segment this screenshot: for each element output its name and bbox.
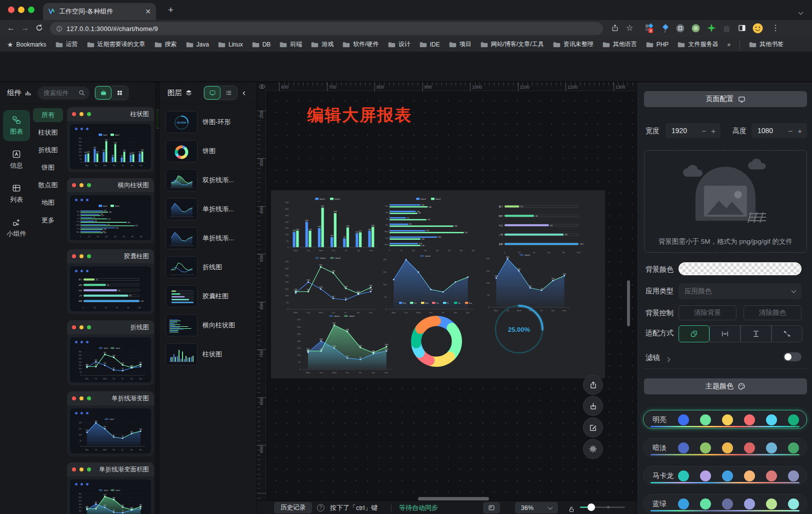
board-chart-胶囊柱图[interactable]: 厦门20南阳40北京60上海80新疆100020406080100 <box>494 199 587 254</box>
sidebar-toggle-icon[interactable] <box>738 24 746 32</box>
bookmark-item[interactable]: DB <box>252 41 271 48</box>
layer-item[interactable]: 柱状图 <box>166 342 254 366</box>
list-view-button[interactable] <box>220 86 237 100</box>
theme-color-dot[interactable] <box>788 470 799 481</box>
theme-color-dot[interactable] <box>722 414 733 425</box>
extension-icon-green-circle[interactable] <box>692 24 700 33</box>
settings-fab[interactable] <box>583 439 603 459</box>
category-3[interactable]: 折线图 <box>33 143 63 157</box>
fit-height-button[interactable] <box>740 325 772 342</box>
bookmark-star-icon[interactable]: ☆ <box>626 24 633 32</box>
address-bar[interactable]: 127.0.0.1:3000/#/chart/home/9 <box>50 22 603 35</box>
canvas-text-component[interactable]: 编辑大屏报表 <box>307 104 412 127</box>
theme-row-暗淡[interactable]: 暗淡 <box>643 438 807 457</box>
thumbnail-view-button[interactable] <box>204 86 220 100</box>
filter-expand-icon[interactable] <box>666 354 670 363</box>
bookmark-item[interactable]: 资讯未整理 <box>553 40 594 49</box>
dashboard-board[interactable]: data1data2050100150200250300350120200150… <box>271 190 605 378</box>
filter-toggle[interactable] <box>784 352 802 361</box>
layer-item[interactable]: 单折线渐... <box>166 197 254 221</box>
project-view-button[interactable] <box>95 86 112 100</box>
panel-toggle-button[interactable] <box>483 502 500 513</box>
theme-color-dot[interactable] <box>700 470 711 481</box>
profile-avatar[interactable] <box>752 23 763 34</box>
theme-color-dot[interactable] <box>766 442 777 453</box>
increment-icon[interactable]: + <box>706 127 720 135</box>
horizontal-scrollbar[interactable] <box>418 497 489 500</box>
bg-color-swatch[interactable] <box>678 262 802 275</box>
clear-background-button[interactable]: 清除背景 <box>678 305 736 320</box>
bookmark-item[interactable]: PHP <box>646 41 669 48</box>
fit-width-button[interactable] <box>710 325 740 342</box>
extension-icon-puzzle[interactable] <box>723 24 732 33</box>
theme-color-dot[interactable] <box>744 498 755 509</box>
browser-menu-icon[interactable]: ⋮ <box>772 24 780 32</box>
board-chart-柱状图[interactable]: data1data2050100150200250300350120200150… <box>280 196 380 252</box>
theme-color-dot[interactable] <box>678 498 689 509</box>
clear-color-button[interactable]: 清除颜色 <box>744 305 802 320</box>
tab-search-icon[interactable] <box>799 7 802 16</box>
editor-canvas[interactable]: 6007008009001000110012001300 20030040050… <box>257 82 636 500</box>
extension-icon-sparkle[interactable] <box>707 24 716 33</box>
extension-icon-blue[interactable]: 9 <box>645 24 654 34</box>
theme-color-dot[interactable] <box>766 498 777 509</box>
bookmark-item[interactable]: 设计 <box>388 40 410 49</box>
theme-color-dot[interactable] <box>744 470 755 481</box>
layer-item[interactable]: 双折线渐... <box>166 168 254 192</box>
component-card[interactable]: 横向柱状图data1data21202001508070110130130130… <box>67 178 154 243</box>
category-4[interactable]: 饼图 <box>33 161 63 175</box>
decrement-icon[interactable]: − <box>702 127 706 135</box>
component-card[interactable]: 单折线渐变面积图data1data20501001502002503003501… <box>67 462 154 514</box>
component-card[interactable]: 柱状图data1data2050100150200250300350120200… <box>67 107 154 172</box>
theme-color-dot[interactable] <box>678 442 689 453</box>
vertical-scrollbar[interactable] <box>627 280 630 326</box>
width-stepper[interactable]: 1920 − + <box>666 123 720 138</box>
bookmark-item[interactable]: 文件服务器 <box>678 40 718 49</box>
ruler-eye-icon[interactable] <box>258 83 266 90</box>
app-type-select[interactable]: 应用颜色 <box>678 283 802 299</box>
layer-item[interactable]: 胶囊柱图 <box>166 284 254 308</box>
theme-color-dot[interactable] <box>722 470 733 481</box>
category-1[interactable]: 所有 <box>33 108 63 122</box>
forward-icon[interactable]: → <box>21 24 29 32</box>
history-button[interactable]: 历史记录 <box>274 502 312 513</box>
category-5[interactable]: 散点图 <box>33 178 63 192</box>
theme-color-dot[interactable] <box>700 414 711 425</box>
component-card[interactable]: 折线图data1data2050100150200250300350120200… <box>67 320 154 385</box>
theme-row-蓝绿[interactable]: 蓝绿 <box>643 494 807 513</box>
layer-item[interactable]: 横向柱状图 <box>166 313 254 337</box>
layer-item[interactable]: 折线图 <box>166 255 254 279</box>
tab-close-icon[interactable]: ✕ <box>145 8 151 15</box>
bookmark-item[interactable]: 软件/硬件 <box>342 40 378 49</box>
sidebar-item-2[interactable]: 信息 <box>3 144 30 175</box>
background-upload-dropzone[interactable]: 背景图需小于 5M，格式为 png/jpg/gif 的文件 <box>644 150 807 253</box>
browser-tab[interactable]: 工作空间-各种组件 ✕ <box>43 3 156 20</box>
bookmark-item[interactable]: 运营 <box>56 40 78 49</box>
theme-color-dot[interactable] <box>700 498 711 509</box>
sidebar-item-3[interactable]: 列表 <box>3 178 30 209</box>
board-chart-饼图[interactable]: MonTueWedThuFriSatSun <box>394 300 479 375</box>
window-close-button[interactable] <box>8 7 14 13</box>
bookmark-item[interactable]: Java <box>186 41 209 48</box>
theme-color-dot[interactable] <box>766 414 777 425</box>
category-2[interactable]: 柱状图 <box>33 126 63 140</box>
zoom-slider-knob[interactable] <box>588 503 595 511</box>
category-6[interactable]: 地图 <box>33 196 63 210</box>
layer-item[interactable]: 饼图 <box>166 139 254 163</box>
height-stepper[interactable]: 1080 − + <box>752 123 807 138</box>
grid-view-button[interactable] <box>112 86 128 100</box>
other-bookmarks[interactable]: 其他书签 <box>749 40 784 49</box>
decrement-icon[interactable]: − <box>788 127 792 135</box>
window-zoom-button[interactable] <box>28 7 34 13</box>
extension-icon-kite[interactable] <box>662 24 670 33</box>
bookmark-item[interactable]: IDE <box>420 41 440 48</box>
bookmark-item[interactable]: Linux <box>218 41 243 48</box>
increment-icon[interactable]: + <box>792 127 807 135</box>
theme-color-dot[interactable] <box>788 414 799 425</box>
zoom-select[interactable]: 36% <box>515 502 558 513</box>
category-7[interactable]: 更多 <box>33 213 63 227</box>
site-info-icon[interactable] <box>56 26 62 32</box>
theme-color-dot[interactable] <box>788 498 799 509</box>
bookmark-item[interactable]: 其他语言 <box>602 40 637 49</box>
sidebar-item-1[interactable]: 图表 <box>3 110 30 141</box>
